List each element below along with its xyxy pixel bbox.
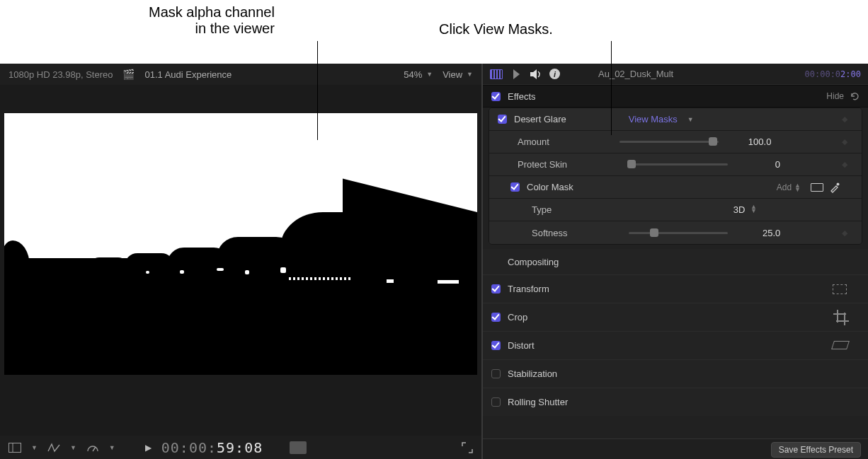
app-window: 1080p HD 23.98p, Stereo 🎬 01.1 Audi Expe…: [0, 64, 868, 459]
timecode-value: 59:08: [217, 439, 263, 456]
stepper-icon: ▲▼: [750, 204, 757, 213]
distort-label: Distort: [508, 340, 535, 351]
softness-value[interactable]: 25.0: [738, 228, 780, 238]
effect-enable-checkbox[interactable]: [498, 115, 507, 124]
transform-row[interactable]: Transform: [483, 274, 868, 303]
layout-menu-icon[interactable]: [8, 443, 21, 453]
softness-label: Softness: [532, 228, 568, 238]
crop-label: Crop: [508, 312, 527, 323]
canvas-area: [0, 85, 481, 436]
color-mask-label: Color Mask: [527, 182, 573, 192]
viewer-toolbar: 1080p HD 23.98p, Stereo 🎬 01.1 Audi Expe…: [0, 64, 481, 85]
type-label: Type: [532, 204, 552, 215]
distort-icon[interactable]: [833, 341, 847, 351]
zoom-value: 54%: [404, 69, 422, 80]
transform-label: Transform: [508, 284, 549, 294]
save-effects-preset-button[interactable]: Save Effects Preset: [771, 442, 861, 458]
audio-tab-icon[interactable]: [530, 69, 542, 80]
param-type-row: Type 3D ▲▼: [489, 199, 862, 221]
effects-checkbox[interactable]: [491, 92, 501, 101]
play-button[interactable]: ▶: [145, 443, 152, 453]
stabilization-checkbox[interactable]: [491, 369, 501, 378]
clip-name: Au_02_Dusk_Mult: [598, 69, 673, 79]
amount-value[interactable]: 100.0: [729, 136, 771, 147]
chevron-down-icon: ▼: [426, 71, 433, 78]
hide-button[interactable]: Hide: [826, 91, 844, 101]
video-tab-icon[interactable]: [490, 69, 503, 80]
keyframe-diamond-icon[interactable]: ◆: [842, 228, 847, 238]
speed-menu-icon[interactable]: [86, 443, 99, 453]
callout-leader-left: [317, 41, 318, 140]
svg-line-2: [93, 447, 96, 451]
mask-shape-icon[interactable]: [811, 183, 823, 192]
callout-mask-alpha: Mask alpha channel in the viewer: [149, 4, 275, 37]
generator-tab-icon[interactable]: [510, 69, 522, 80]
transform-icon[interactable]: [833, 284, 847, 294]
svg-rect-0: [9, 443, 21, 453]
stabilization-row[interactable]: Stabilization: [483, 359, 868, 388]
stepper-icon: ▲▼: [794, 183, 801, 192]
audio-meter: [290, 441, 307, 454]
compositing-header-row[interactable]: Compositing: [483, 249, 868, 274]
chevron-down-icon: ▼: [70, 444, 76, 451]
format-label: 1080p HD 23.98p, Stereo: [8, 69, 113, 80]
inspector-panel: i Au_02_Dusk_Mult 00:00:02:00 Effects Hi…: [483, 64, 868, 459]
protect-skin-slider[interactable]: [629, 163, 728, 165]
add-label: Add: [777, 182, 792, 192]
inspector-body: Effects Hide Desert Glare View Masks ▼ ◆: [483, 85, 868, 438]
distort-checkbox[interactable]: [491, 341, 501, 350]
amount-slider[interactable]: [619, 141, 719, 143]
view-label: View: [442, 69, 462, 80]
keyframe-diamond-icon[interactable]: ◆: [842, 115, 847, 124]
view-masks-button[interactable]: View Masks ▼: [629, 114, 694, 124]
view-dropdown[interactable]: View ▼: [442, 69, 473, 80]
crop-icon[interactable]: [835, 312, 847, 323]
chevron-down-icon: ▼: [31, 444, 38, 451]
fullscreen-icon[interactable]: [462, 442, 473, 453]
eyedropper-icon[interactable]: [829, 182, 840, 193]
project-name: 01.1 Audi Experience: [144, 69, 232, 80]
info-tab-icon[interactable]: i: [549, 69, 560, 79]
svg-point-4: [837, 182, 840, 185]
chevron-down-icon: ▼: [467, 71, 473, 78]
inspector-tabs: i Au_02_Dusk_Mult 00:00:02:00: [483, 64, 868, 85]
chevron-down-icon: ▼: [109, 444, 115, 451]
effect-header-row[interactable]: Desert Glare View Masks ▼ ◆: [489, 108, 862, 131]
callout-leader-right: [611, 41, 612, 135]
protect-skin-value[interactable]: 0: [738, 159, 780, 170]
distort-row[interactable]: Distort: [483, 331, 868, 359]
effects-header-row[interactable]: Effects Hide: [483, 85, 868, 108]
protect-skin-label: Protect Skin: [518, 159, 567, 170]
color-mask-checkbox[interactable]: [510, 182, 520, 192]
timecode-prefix: 00:00:: [161, 439, 217, 456]
viewer-canvas[interactable]: [4, 113, 477, 375]
crop-row[interactable]: Crop: [483, 303, 868, 331]
rolling-shutter-row[interactable]: Rolling Shutter: [483, 388, 868, 416]
rolling-shutter-label: Rolling Shutter: [508, 397, 568, 407]
effect-name-label: Desert Glare: [514, 114, 566, 124]
type-value: 3D: [733, 204, 746, 215]
type-popup[interactable]: 3D ▲▼: [733, 204, 757, 215]
softness-slider[interactable]: [629, 232, 728, 234]
clip-duration: 00:00:02:00: [805, 69, 861, 79]
view-masks-label: View Masks: [629, 114, 678, 124]
mask-add-button[interactable]: Add ▲▼: [777, 182, 801, 192]
amount-label: Amount: [518, 136, 549, 147]
reset-icon[interactable]: [850, 91, 860, 101]
param-softness-row: Softness 25.0 ◆: [489, 221, 862, 244]
keyframe-diamond-icon[interactable]: ◆: [842, 137, 847, 146]
effect-desert-glare: Desert Glare View Masks ▼ ◆ Amount 100.0…: [489, 108, 862, 245]
viewer-bottom-bar: ▼ ▼ ▼ ▶ 00:00:59:08: [0, 436, 481, 459]
effects-header-label: Effects: [508, 91, 536, 102]
crop-checkbox[interactable]: [491, 313, 501, 322]
zoom-dropdown[interactable]: 54% ▼: [404, 69, 433, 80]
retime-menu-icon[interactable]: [47, 443, 60, 453]
stabilization-label: Stabilization: [508, 368, 557, 379]
viewer-panel: 1080p HD 23.98p, Stereo 🎬 01.1 Audi Expe…: [0, 64, 481, 459]
transform-checkbox[interactable]: [491, 284, 501, 294]
param-color-mask-row: Color Mask Add ▲▼: [489, 176, 862, 199]
rolling-shutter-checkbox[interactable]: [491, 397, 501, 407]
svg-marker-3: [530, 69, 537, 79]
timecode-display[interactable]: 00:00:59:08: [161, 439, 263, 456]
keyframe-diamond-icon[interactable]: ◆: [842, 160, 847, 169]
